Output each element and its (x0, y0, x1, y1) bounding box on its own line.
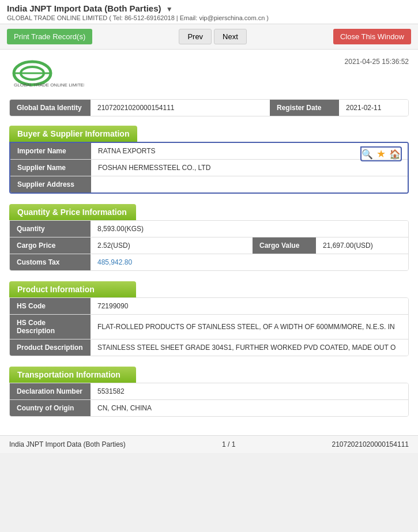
timestamp: 2021-04-25 15:36:52 (345, 58, 409, 66)
product-desc-value: STAINLESS STEEL SHEET GRADE 304S1, FURTH… (91, 339, 408, 356)
transportation-section-header: Transportation Information (9, 367, 136, 383)
buyer-supplier-section-header: Buyer & Supplier Information (9, 126, 137, 142)
hs-code-label: HS Code (10, 298, 91, 314)
country-of-origin-value: CN, CHN, CHINA (91, 400, 408, 416)
search-icon[interactable]: 🔍 (361, 149, 373, 160)
quantity-label: Quantity (10, 221, 91, 237)
quantity-price-section: Quantity & Price Information Quantity 8,… (9, 204, 409, 271)
quantity-value: 8,593.00(KGS) (91, 221, 408, 237)
transportation-section: Transportation Information Declaration N… (9, 367, 409, 417)
quantity-row: Quantity 8,593.00(KGS) (10, 221, 408, 237)
global-id-row: Global Data Identity 2107202102000015411… (9, 99, 409, 116)
supplier-address-row: Supplier Address (10, 176, 408, 193)
top-bar: India JNPT Import Data (Both Parties) ▼ … (0, 0, 418, 24)
product-desc-row: Product Description STAINLESS STEEL SHEE… (10, 339, 408, 356)
product-section: Product Information HS Code 72199090 HS … (9, 281, 409, 356)
toolbar: Print Trade Record(s) Prev Next Close Th… (0, 24, 418, 50)
quantity-price-section-header: Quantity & Price Information (9, 204, 136, 220)
cargo-price-value: 2.52(USD) (91, 237, 253, 254)
icons-area: 🔍 ★ 🏠 (360, 146, 402, 161)
importer-name-label: Importer Name (10, 143, 91, 159)
supplier-name-label: Supplier Name (10, 160, 91, 176)
nav-buttons: Prev Next (97, 29, 329, 44)
prev-button[interactable]: Prev (179, 29, 212, 44)
next-button[interactable]: Next (214, 29, 247, 44)
cargo-value-label: Cargo Value (253, 237, 316, 254)
subtitle: GLOBAL TRADE ONLINE LIMITED ( Tel: 86-51… (7, 14, 411, 21)
cargo-value-value: 21,697.00(USD) (316, 237, 408, 254)
product-section-header: Product Information (9, 281, 136, 297)
register-date-value: 2021-02-11 (339, 100, 408, 116)
buyer-supplier-section: Buyer & Supplier Information 🔍 ★ 🏠 Impor… (9, 126, 409, 194)
page-title: India JNPT Import Data (Both Parties) ▼ (7, 3, 411, 13)
product-body: HS Code 72199090 HS Code Description FLA… (9, 297, 409, 356)
supplier-name-row: Supplier Name FOSHAN HERMESSTEEL CO., LT… (10, 160, 408, 176)
record-header: GLOBAL TRADE ONLINE LIMITED 2021-04-25 1… (9, 58, 409, 91)
declaration-number-value: 5531582 (91, 383, 408, 399)
footer-pagination: 1 / 1 (222, 440, 235, 448)
hs-code-row: HS Code 72199090 (10, 298, 408, 315)
quantity-price-body: Quantity 8,593.00(KGS) Cargo Price 2.52(… (9, 220, 409, 271)
country-of-origin-row: Country of Origin CN, CHN, CHINA (10, 400, 408, 416)
footer-page-info: India JNPT Import Data (Both Parties) (9, 440, 126, 448)
buyer-supplier-body: 🔍 ★ 🏠 Importer Name RATNA EXPORTS Suppli… (9, 142, 409, 194)
footer-bar: India JNPT Import Data (Both Parties) 1 … (0, 435, 418, 453)
svg-text:GLOBAL TRADE ONLINE LIMITED: GLOBAL TRADE ONLINE LIMITED (14, 82, 84, 88)
hs-code-desc-row: HS Code Description FLAT-ROLLED PRODUCTS… (10, 315, 408, 339)
supplier-address-value (91, 176, 408, 193)
customs-tax-label: Customs Tax (10, 254, 91, 270)
supplier-address-label: Supplier Address (10, 176, 91, 193)
close-button[interactable]: Close This Window (333, 29, 411, 44)
importer-name-row: Importer Name RATNA EXPORTS (10, 143, 408, 160)
global-data-identity-value: 21072021020000154111 (91, 100, 270, 116)
hs-code-value: 72199090 (91, 298, 408, 314)
print-button[interactable]: Print Trade Record(s) (7, 29, 92, 44)
customs-tax-value[interactable]: 485,942.80 (91, 254, 408, 270)
star-icon[interactable]: ★ (376, 148, 386, 160)
register-date-label: Register Date (270, 100, 339, 116)
footer-record-id: 21072021020000154111 (332, 440, 409, 448)
hs-code-desc-label: HS Code Description (10, 315, 91, 339)
global-data-identity-label: Global Data Identity (10, 100, 91, 116)
dropdown-arrow-icon[interactable]: ▼ (166, 5, 173, 13)
logo-area: GLOBAL TRADE ONLINE LIMITED (9, 58, 84, 91)
cargo-price-label: Cargo Price (10, 237, 91, 254)
main-content: GLOBAL TRADE ONLINE LIMITED 2021-04-25 1… (0, 50, 418, 435)
transportation-body: Declaration Number 5531582 Country of Or… (9, 383, 409, 417)
declaration-number-label: Declaration Number (10, 383, 91, 399)
supplier-name-value: FOSHAN HERMESSTEEL CO., LTD (91, 160, 408, 176)
country-of-origin-label: Country of Origin (10, 400, 91, 416)
cargo-price-row: Cargo Price 2.52(USD) Cargo Value 21,697… (10, 237, 408, 254)
hs-code-desc-value: FLAT-ROLLED PRODUCTS OF STAINLESS STEEL,… (91, 315, 408, 339)
product-desc-label: Product Description (10, 339, 91, 356)
declaration-number-row: Declaration Number 5531582 (10, 383, 408, 400)
home-icon[interactable]: 🏠 (389, 149, 401, 160)
customs-tax-row: Customs Tax 485,942.80 (10, 254, 408, 270)
